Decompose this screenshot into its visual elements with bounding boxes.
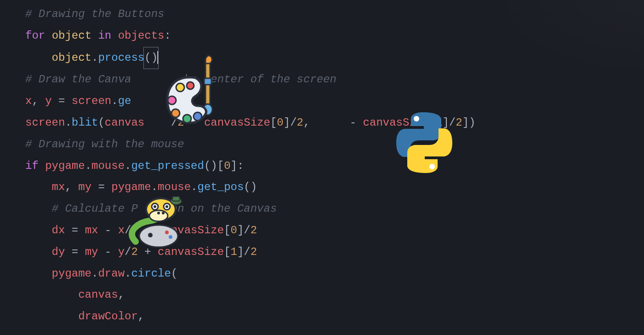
variable: dy	[52, 246, 65, 258]
svg-point-5	[171, 109, 180, 117]
python-logo-icon	[394, 110, 454, 175]
code-line[interactable]: drawColor,	[25, 306, 644, 328]
keyword: for	[25, 29, 45, 42]
number: 2	[251, 224, 257, 237]
function: ge	[118, 95, 131, 107]
function: get_pressed	[131, 160, 204, 172]
svg-point-18	[154, 205, 156, 208]
variable: objects	[118, 29, 165, 42]
builtin: object	[52, 52, 91, 64]
svg-point-7	[194, 112, 202, 121]
code-line[interactable]: mx, my = pygame.mouse.get_pos()	[25, 177, 644, 198]
variable: y	[45, 95, 51, 107]
variable: canvas	[78, 289, 118, 301]
variable: x	[25, 95, 32, 107]
property: draw	[98, 267, 125, 280]
builtin: object	[52, 29, 91, 42]
number: 0	[224, 160, 230, 172]
pygame-snake-icon	[126, 196, 200, 251]
keyword: in	[98, 29, 111, 42]
svg-point-14	[169, 235, 172, 239]
svg-point-22	[162, 212, 165, 214]
bracket-highlight: ()	[143, 47, 159, 69]
comment-text: # Calculate P	[52, 202, 138, 215]
number: 2	[456, 116, 462, 129]
comment-text: # Drawing the Buttons	[25, 8, 164, 20]
function: circle	[131, 267, 171, 280]
variable: screen	[25, 116, 65, 129]
svg-point-13	[165, 231, 169, 234]
variable: pygame	[111, 181, 151, 193]
property: mouse	[91, 160, 125, 172]
svg-point-4	[168, 96, 176, 104]
code-line[interactable]: for object in objects:	[25, 25, 644, 47]
variable: pygame	[52, 267, 91, 280]
variable: my	[85, 246, 98, 258]
variable: pygame	[45, 160, 85, 172]
number: 1	[231, 246, 237, 258]
svg-point-20	[165, 205, 168, 208]
svg-point-21	[157, 212, 160, 214]
punct: :	[165, 29, 171, 42]
number: 2	[251, 246, 257, 258]
svg-point-12	[148, 233, 153, 237]
svg-point-3	[176, 83, 184, 92]
variable: y	[118, 246, 125, 258]
svg-rect-24	[172, 196, 180, 201]
svg-point-9	[414, 116, 419, 121]
code-line[interactable]: dy = my - y/2 + canvasSize[1]/2	[25, 242, 644, 263]
punct: .	[91, 52, 98, 64]
code-line[interactable]: dx = mx - x/2 + canvasSize[0]/2	[25, 220, 644, 242]
number: 0	[277, 116, 283, 129]
code-line[interactable]: # Drawing the Buttons	[25, 4, 644, 25]
svg-rect-1	[204, 78, 211, 85]
palette-brush-icon	[162, 54, 226, 128]
function: get_pos	[198, 181, 244, 193]
variable: mx	[85, 224, 98, 237]
svg-point-8	[187, 82, 194, 89]
code-line[interactable]: object.process()	[25, 47, 644, 69]
comment-text: # Drawing with the mouse	[25, 138, 184, 150]
variable: drawColor	[78, 310, 138, 323]
keyword: if	[25, 160, 39, 172]
svg-point-10	[429, 164, 435, 169]
variable: dx	[52, 224, 65, 237]
svg-point-6	[183, 115, 191, 123]
code-line[interactable]: # Calculate Position on the Canvas	[25, 198, 644, 220]
variable: my	[78, 181, 91, 193]
code-line[interactable]: pygame.draw.circle(	[25, 263, 644, 285]
code-line[interactable]: canvas,	[25, 284, 644, 306]
code-line[interactable]: screen.blit(canvas, [x/2 - canvasSize[0]…	[25, 112, 644, 134]
function: blit	[72, 116, 98, 129]
property: mouse	[158, 181, 191, 193]
text-cursor	[157, 51, 158, 64]
variable: x	[118, 224, 125, 237]
code-line[interactable]: x, y = screen.gexxxxxxx()	[25, 91, 644, 112]
code-line[interactable]: # Draw the Canvaxxxxxxxxhe center of the…	[25, 69, 644, 91]
number: 2	[297, 116, 303, 129]
variable: screen	[72, 95, 111, 107]
code-line[interactable]: if pygame.mouse.get_pressed()[0]:	[25, 156, 644, 177]
variable: canvas	[105, 116, 144, 129]
function: process	[98, 52, 144, 64]
number: 0	[231, 224, 237, 237]
code-editor[interactable]: # Drawing the Buttons for object in obje…	[0, 0, 644, 328]
code-line[interactable]: # Drawing with the mouse	[25, 134, 644, 156]
comment-text: # Draw the Canva	[25, 73, 131, 86]
variable: mx	[52, 181, 65, 193]
